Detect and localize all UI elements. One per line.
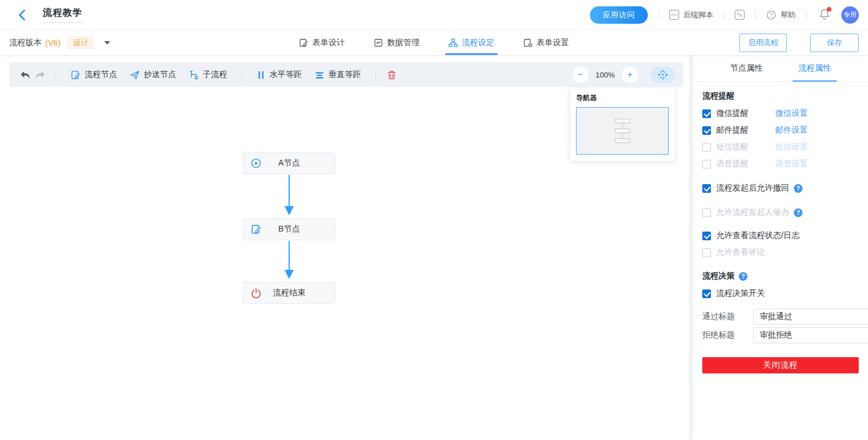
form-edit-icon (299, 38, 308, 47)
avatar[interactable]: 专用 (841, 6, 859, 24)
properties-panel: 节点属性 流程属性 流程提醒 微信提醒 微信设置 邮件提醒 邮件设置 短信提醒 … (693, 56, 868, 439)
flow-canvas[interactable]: 流程节点 抄送节点 子流程 水平等距 垂直等距 (0, 56, 689, 439)
trash-icon (387, 70, 396, 80)
crosshair-icon (657, 69, 669, 80)
notification-dot (827, 7, 831, 12)
page-title: 流程教学 (43, 7, 82, 23)
decision-switch-checkbox[interactable] (702, 289, 711, 298)
wechat-reminder-checkbox[interactable] (702, 109, 711, 118)
email-reminder-checkbox[interactable] (702, 126, 711, 135)
node-label: B节点 (243, 219, 335, 240)
redo-button[interactable] (32, 67, 48, 82)
reminder-row-voice: 语音提醒 语音设置 (702, 159, 859, 168)
tab-form-settings[interactable]: 表单设置 (522, 30, 570, 55)
horizontal-distribute-button[interactable]: 水平等距 (257, 69, 302, 80)
delete-button[interactable] (384, 67, 399, 82)
decision-switch-row: 流程决策开关 (702, 289, 859, 298)
zoom-out-button[interactable]: − (572, 67, 589, 83)
tab-form-design[interactable]: 表单设计 (298, 30, 346, 55)
node-label: A节点 (243, 153, 335, 174)
close-flow-button[interactable]: 关闭流程 (702, 357, 859, 373)
pass-title-field-row: 通过标题 (702, 309, 859, 325)
view-status-checkbox[interactable] (702, 232, 711, 240)
help-icon[interactable]: ? (794, 184, 803, 193)
divider (242, 69, 242, 80)
form-gear-icon (523, 38, 533, 47)
version-dropdown-caret[interactable] (104, 41, 110, 45)
reminder-row-sms: 短信提醒 短信设置 (702, 142, 859, 152)
add-flow-node-button[interactable]: 流程节点 (71, 69, 117, 80)
sub-header: 流程版本 (V6) 设计 表单设计 数据管理 流程设定 表单设置 启用流程 保存 (0, 30, 868, 56)
language-button[interactable]: A (735, 10, 745, 20)
app-access-button[interactable]: 应用访问 (590, 6, 648, 24)
enable-flow-button[interactable]: 启用流程 (739, 34, 787, 52)
flow-node-a[interactable]: A节点 (243, 152, 335, 174)
help-button[interactable]: ? 帮助 (766, 10, 796, 20)
design-status-tag: 设计 (67, 36, 94, 50)
question-circle-icon: ? (766, 10, 776, 20)
data-chart-icon (374, 38, 383, 47)
tab-node-properties[interactable]: 节点属性 (730, 56, 763, 81)
code-icon: </> (669, 10, 679, 20)
navigator-viewport[interactable] (576, 107, 669, 155)
help-icon[interactable]: ? (794, 208, 803, 217)
voice-settings-link[interactable]: 语音设置 (775, 159, 808, 169)
reject-title-field-row: 拒绝标题 (702, 327, 859, 343)
allow-withdraw-checkbox[interactable] (702, 184, 711, 193)
zoom-in-button[interactable]: + (622, 67, 638, 83)
reminder-section-title: 流程提醒 (702, 91, 859, 101)
divider (755, 10, 756, 20)
reminder-row-wechat: 微信提醒 微信设置 (702, 109, 859, 118)
undo-button[interactable] (17, 67, 32, 82)
wechat-settings-link[interactable]: 微信设置 (775, 108, 808, 119)
reminder-row-email: 邮件提醒 邮件设置 (702, 126, 859, 135)
panel-tabs: 节点属性 流程属性 (693, 56, 868, 82)
save-button[interactable]: 保存 (810, 34, 859, 52)
reject-title-label: 拒绝标题 (702, 330, 753, 340)
tab-flow-settings[interactable]: 流程设定 (447, 30, 495, 55)
navigator-toggle-button[interactable] (651, 67, 675, 83)
pass-title-input[interactable] (753, 309, 868, 325)
divider (56, 69, 56, 80)
panel-divider (689, 56, 693, 439)
vertical-spacing-icon (315, 71, 324, 79)
version-label: 流程版本 (9, 38, 42, 48)
node-label: 流程结束 (243, 283, 335, 303)
language-icon: A (735, 10, 745, 20)
option-row-view-comments: 允许查看评论 (702, 248, 859, 257)
option-row-urge: 允许流程发起人催办 ? (702, 208, 859, 217)
sms-settings-link[interactable]: 短信设置 (775, 142, 808, 152)
add-subflow-button[interactable]: 子流程 (189, 69, 227, 80)
option-row-withdraw: 流程发起后允许撤回 ? (702, 184, 859, 193)
backend-script-button[interactable]: </> 后端脚本 (669, 10, 713, 20)
allow-urge-checkbox[interactable] (702, 208, 711, 217)
tab-data-management[interactable]: 数据管理 (373, 30, 421, 55)
divider (658, 10, 659, 20)
add-cc-node-button[interactable]: 抄送节点 (130, 69, 176, 80)
undo-icon (20, 70, 31, 80)
navigator-minimap (615, 119, 630, 143)
flow-node-end[interactable]: 流程结束 (243, 282, 335, 304)
vertical-distribute-button[interactable]: 垂直等距 (315, 69, 361, 80)
notifications-button[interactable] (819, 8, 830, 22)
flow-node-b[interactable]: B节点 (243, 218, 335, 240)
reject-title-input[interactable] (753, 327, 868, 343)
back-button[interactable] (14, 7, 30, 23)
flow-node-icon (71, 70, 81, 80)
help-icon[interactable]: ? (739, 272, 747, 281)
subflow-branch-icon (189, 70, 199, 80)
svg-text:?: ? (769, 12, 772, 18)
tab-flow-properties[interactable]: 流程属性 (798, 56, 831, 81)
mini-node (615, 129, 630, 133)
voice-reminder-checkbox[interactable] (702, 160, 711, 168)
view-comments-checkbox[interactable] (702, 248, 711, 257)
canvas-toolbar: 流程节点 抄送节点 子流程 水平等距 垂直等距 (9, 63, 683, 87)
zoom-level: 100% (596, 71, 615, 79)
sms-reminder-checkbox[interactable] (702, 143, 711, 152)
mini-link (622, 123, 623, 129)
email-settings-link[interactable]: 邮件设置 (775, 125, 808, 135)
org-chart-icon (448, 38, 458, 47)
divider (724, 10, 724, 20)
divider (375, 69, 376, 80)
top-header: 流程教学 应用访问 </> 后端脚本 A ? 帮助 专用 (0, 0, 868, 30)
